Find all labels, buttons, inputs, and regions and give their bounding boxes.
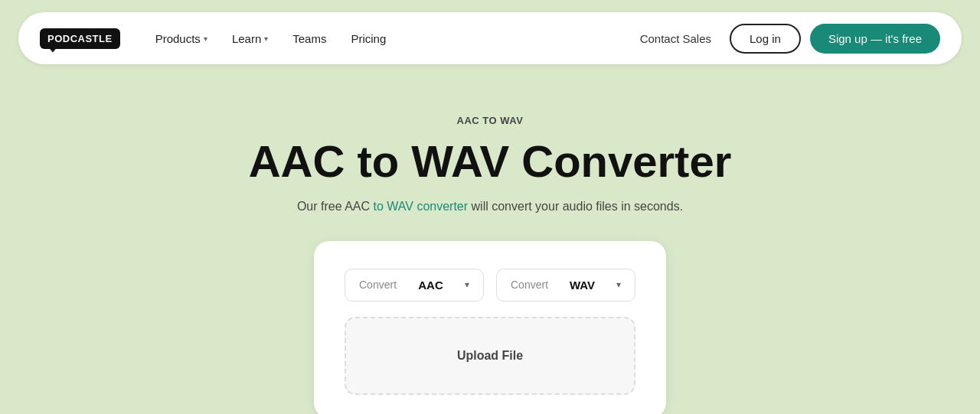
nav-label-learn: Learn: [232, 32, 261, 45]
to-format-value: WAV: [570, 279, 595, 292]
upload-text: Upload File: [457, 349, 523, 362]
nav-label-teams: Teams: [292, 32, 326, 45]
login-button[interactable]: Log in: [730, 24, 801, 54]
from-format-value: AAC: [418, 279, 443, 292]
logo-text: PODCASTLE: [40, 28, 120, 49]
description-text-before: Our free AAC: [297, 200, 374, 213]
chevron-down-icon: ▾: [204, 34, 207, 43]
nav-label-pricing: Pricing: [351, 32, 386, 45]
chevron-down-icon: ▾: [264, 34, 268, 43]
page-subtitle: AAC TO WAV: [457, 115, 524, 126]
to-chevron-icon: ▾: [616, 279, 621, 290]
to-convert-label: Convert: [511, 279, 548, 291]
nav-item-products[interactable]: Products ▾: [145, 26, 218, 51]
page-title: AAC to WAV Converter: [249, 137, 732, 186]
to-format-select[interactable]: Convert WAV ▾: [496, 269, 635, 302]
contact-sales-link[interactable]: Contact Sales: [631, 26, 720, 51]
from-format-select[interactable]: Convert AAC ▾: [345, 269, 484, 302]
description-text-after: will convert your audio files in seconds…: [472, 200, 684, 213]
description-link[interactable]: to WAV converter: [373, 200, 468, 213]
nav-links: Products ▾ Learn ▾ Teams Pricing: [145, 26, 631, 51]
converter-selects: Convert AAC ▾ Convert WAV ▾: [345, 269, 635, 302]
upload-area[interactable]: Upload File: [345, 317, 635, 395]
page-description: Our free AAC to WAV converter will conve…: [297, 200, 683, 214]
converter-card: Convert AAC ▾ Convert WAV ▾ Upload File: [314, 241, 666, 414]
navbar: PODCASTLE Products ▾ Learn ▾ Teams Prici…: [18, 12, 962, 64]
main-content: AAC TO WAV AAC to WAV Converter Our free…: [0, 77, 980, 414]
signup-button[interactable]: Sign up — it's free: [810, 24, 940, 54]
nav-right: Contact Sales Log in Sign up — it's free: [631, 24, 940, 54]
nav-item-teams[interactable]: Teams: [282, 26, 337, 51]
from-convert-label: Convert: [359, 279, 397, 291]
nav-item-learn[interactable]: Learn ▾: [221, 26, 279, 51]
nav-item-pricing[interactable]: Pricing: [340, 26, 397, 51]
from-chevron-icon: ▾: [465, 279, 469, 290]
nav-label-products: Products: [155, 32, 201, 45]
logo[interactable]: PODCASTLE: [40, 28, 120, 49]
